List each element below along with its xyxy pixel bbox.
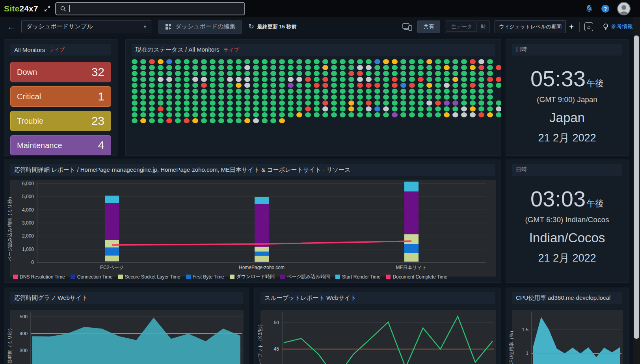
status-dot[interactable] — [340, 100, 346, 106]
status-dot[interactable] — [348, 100, 354, 106]
status-dot[interactable] — [132, 95, 138, 100]
status-dot[interactable] — [331, 77, 337, 82]
status-dot[interactable] — [374, 59, 380, 64]
status-dot[interactable] — [366, 59, 372, 64]
status-dot[interactable] — [262, 59, 268, 64]
status-dot[interactable] — [140, 112, 146, 117]
status-dot[interactable] — [149, 100, 155, 106]
status-dot[interactable] — [331, 95, 337, 100]
status-dot[interactable] — [314, 106, 320, 111]
legend-item[interactable]: Start Render Time — [335, 273, 380, 280]
status-dot[interactable] — [132, 112, 138, 117]
status-dot[interactable] — [487, 106, 493, 111]
status-dot[interactable] — [279, 89, 285, 94]
status-dot[interactable] — [487, 59, 493, 64]
status-dot[interactable] — [262, 112, 268, 117]
status-dot[interactable] — [184, 106, 190, 111]
status-dot[interactable] — [418, 65, 424, 70]
status-dot[interactable] — [192, 95, 198, 100]
status-dot[interactable] — [461, 112, 467, 117]
home-icon[interactable]: ⌂ — [584, 22, 593, 31]
status-dot[interactable] — [158, 59, 164, 64]
status-dot[interactable] — [244, 77, 250, 82]
status-dot[interactable] — [218, 59, 224, 64]
status-dot[interactable] — [348, 65, 354, 70]
status-dot[interactable] — [426, 89, 432, 94]
status-dot[interactable] — [132, 83, 138, 88]
status-dot[interactable] — [400, 59, 406, 64]
status-dot[interactable] — [452, 89, 458, 94]
status-dot[interactable] — [305, 106, 311, 111]
status-dot[interactable] — [374, 106, 380, 111]
status-dot[interactable] — [218, 71, 224, 76]
status-dot[interactable] — [132, 106, 138, 111]
status-dot[interactable] — [487, 112, 493, 117]
status-dot[interactable] — [348, 77, 354, 82]
status-dot[interactable] — [166, 118, 172, 123]
status-dot[interactable] — [409, 71, 415, 76]
status-dot[interactable] — [296, 106, 302, 111]
status-dot[interactable] — [487, 71, 493, 76]
status-dot[interactable] — [227, 100, 233, 106]
status-dot[interactable] — [210, 83, 216, 88]
status-dot[interactable] — [461, 89, 467, 94]
status-dot[interactable] — [192, 77, 198, 82]
status-dot[interactable] — [322, 71, 328, 76]
status-dot[interactable] — [357, 59, 363, 64]
status-dot[interactable] — [236, 112, 242, 117]
status-dot[interactable] — [288, 100, 294, 106]
status-dot[interactable] — [331, 59, 337, 64]
status-dot[interactable] — [435, 83, 441, 88]
status-dot[interactable] — [374, 112, 380, 117]
status-dot[interactable] — [236, 65, 242, 70]
status-dot[interactable] — [262, 95, 268, 100]
status-dot[interactable] — [322, 100, 328, 106]
status-dot[interactable] — [331, 83, 337, 88]
status-dot[interactable] — [409, 77, 415, 82]
status-dot[interactable] — [140, 89, 146, 94]
status-dot[interactable] — [236, 77, 242, 82]
status-dot[interactable] — [236, 89, 242, 94]
status-dot[interactable] — [383, 89, 389, 94]
status-dot[interactable] — [340, 95, 346, 100]
legend-item[interactable]: Document Complete Time — [386, 273, 447, 280]
status-dot[interactable] — [366, 89, 372, 94]
status-dot[interactable] — [149, 106, 155, 111]
status-dot[interactable] — [418, 77, 424, 82]
status-dot[interactable] — [201, 100, 207, 106]
status-dot[interactable] — [409, 106, 415, 111]
status-dot[interactable] — [236, 100, 242, 106]
status-dot[interactable] — [244, 95, 250, 100]
status-dot[interactable] — [452, 59, 458, 64]
status-dot[interactable] — [140, 59, 146, 64]
status-dot[interactable] — [253, 100, 259, 106]
status-dot[interactable] — [426, 95, 432, 100]
status-dot[interactable] — [158, 83, 164, 88]
status-dot[interactable] — [461, 59, 467, 64]
status-dot[interactable] — [478, 95, 484, 100]
status-dot[interactable] — [331, 112, 337, 117]
status-dot[interactable] — [253, 71, 259, 76]
status-dot[interactable] — [418, 89, 424, 94]
status-dot[interactable] — [426, 71, 432, 76]
status-dot[interactable] — [435, 112, 441, 117]
status-dot[interactable] — [357, 83, 363, 88]
status-dot[interactable] — [487, 77, 493, 82]
status-dot[interactable] — [470, 59, 476, 64]
status-dot[interactable] — [288, 112, 294, 117]
status-dot[interactable] — [227, 89, 233, 94]
site24x7-logo[interactable]: Site24x7 — [4, 4, 38, 13]
status-dot[interactable] — [348, 106, 354, 111]
status-dot[interactable] — [496, 65, 501, 70]
status-dot[interactable] — [366, 65, 372, 70]
status-dot[interactable] — [435, 89, 441, 94]
legend-item[interactable]: Secure Socket Layer Time — [118, 273, 180, 280]
legend-item[interactable]: Connection Time — [71, 273, 113, 280]
status-dot[interactable] — [262, 100, 268, 106]
status-dot[interactable] — [192, 71, 198, 76]
status-dot[interactable] — [418, 100, 424, 106]
monitor-card[interactable]: Trouble 23 — [10, 111, 111, 131]
status-dot[interactable] — [166, 77, 172, 82]
status-dot[interactable] — [227, 95, 233, 100]
status-dot[interactable] — [496, 77, 501, 82]
